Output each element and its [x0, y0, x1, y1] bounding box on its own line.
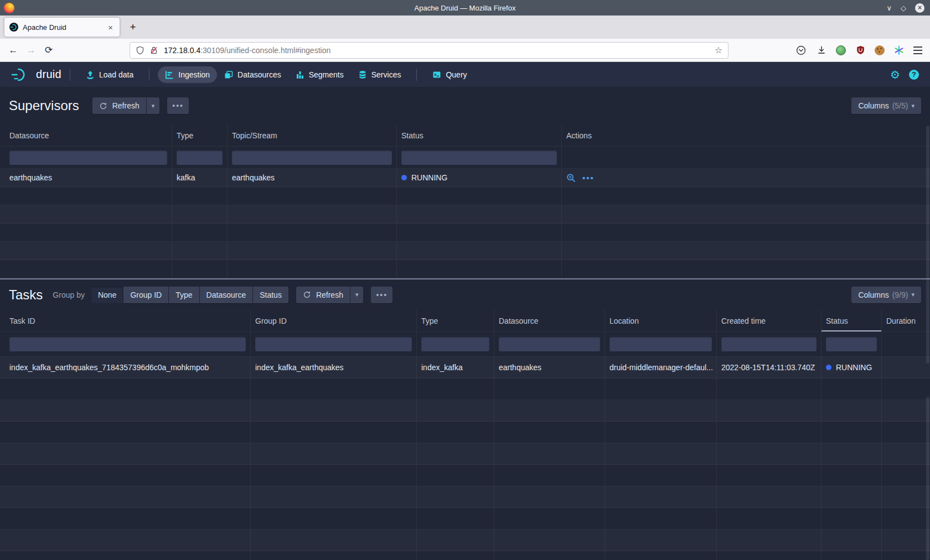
reload-button[interactable]: ⟳ — [40, 42, 58, 59]
inspect-magnifier-icon[interactable] — [566, 173, 576, 183]
group-by-type-button[interactable]: Type — [169, 287, 199, 303]
table-row-empty — [0, 530, 930, 551]
datasources-icon — [224, 70, 233, 79]
supervisor-topic: earthquakes — [228, 169, 397, 186]
caret-down-icon: ▾ — [911, 102, 914, 110]
task-status: RUNNING — [822, 357, 882, 378]
pocket-icon[interactable] — [795, 44, 807, 56]
url-bar[interactable]: 172.18.0.4 :30109/unified-console.html#i… — [130, 42, 728, 59]
tasks-header: Tasks Group by None Group ID Type Dataso… — [0, 279, 930, 310]
table-row-empty — [0, 400, 930, 422]
back-button[interactable]: ← — [4, 42, 22, 59]
supervisors-more-button[interactable]: ••• — [167, 97, 189, 114]
filter-input-group-id[interactable] — [255, 337, 412, 351]
nav-query[interactable]: Query — [425, 66, 474, 83]
downloads-icon[interactable] — [815, 44, 828, 56]
empty-cell — [251, 486, 417, 507]
empty-cell — [494, 486, 605, 507]
menu-hamburger-icon[interactable] — [913, 46, 922, 54]
new-tab-button[interactable]: + — [124, 19, 142, 35]
tracking-shield-icon[interactable] — [136, 46, 144, 55]
empty-cell — [882, 465, 930, 486]
nav-segments[interactable]: Segments — [288, 66, 351, 83]
settings-gear-icon[interactable]: ⚙ — [890, 69, 900, 80]
druid-logo-icon — [11, 68, 32, 82]
empty-cell — [0, 422, 251, 443]
url-host: 172.18.0.4 — [164, 46, 200, 55]
group-by-status-button[interactable]: Status — [253, 287, 288, 303]
forward-button: → — [22, 42, 40, 59]
filter-input-datasource[interactable] — [499, 337, 600, 351]
column-header-task-id[interactable]: Task ID — [0, 310, 251, 331]
column-header-group-id[interactable]: Group ID — [251, 310, 417, 331]
nav-datasources[interactable]: Datasources — [217, 66, 288, 83]
filter-input-topic-stream[interactable] — [232, 151, 392, 165]
column-header-topic-stream[interactable]: Topic/Stream — [228, 125, 397, 146]
task-id[interactable]: index_kafka_earthquakes_7184357396d6c0a_… — [0, 357, 251, 378]
column-header-type[interactable]: Type — [417, 310, 494, 331]
druid-logo[interactable]: druid — [11, 68, 61, 82]
empty-cell — [494, 422, 605, 443]
supervisors-scrollbar[interactable] — [926, 126, 929, 364]
window-close-icon[interactable]: × — [915, 3, 924, 13]
tasks-more-button[interactable]: ••• — [371, 287, 392, 303]
bookmark-star-icon[interactable]: ☆ — [715, 45, 722, 55]
window-minimize-icon[interactable]: ∨ — [886, 4, 892, 12]
group-by-none-button[interactable]: None — [91, 287, 123, 303]
window-maximize-icon[interactable]: ◇ — [901, 4, 906, 12]
status-label: RUNNING — [411, 173, 447, 182]
empty-cell — [417, 530, 494, 551]
ublock-origin-icon[interactable] — [854, 44, 866, 56]
insecure-connection-lock-icon[interactable] — [149, 46, 158, 55]
druid-navbar: druid Load data Ingestion Datasources — [0, 62, 930, 87]
empty-cell — [228, 242, 397, 260]
filter-input-status[interactable] — [401, 151, 557, 165]
column-header-datasource[interactable]: Datasource — [494, 310, 605, 331]
filter-input-location[interactable] — [609, 337, 712, 351]
nav-ingestion[interactable]: Ingestion — [158, 66, 217, 83]
filter-input-type[interactable] — [421, 337, 489, 351]
browser-tab[interactable]: Apache Druid × — [4, 18, 120, 37]
nav-services[interactable]: Services — [351, 66, 409, 83]
group-by-group-id-button[interactable]: Group ID — [123, 287, 168, 303]
tasks-scrollbar[interactable] — [926, 397, 929, 560]
row-more-actions-icon[interactable]: ••• — [582, 174, 595, 182]
column-header-type[interactable]: Type — [172, 125, 228, 146]
column-header-status-sorted[interactable]: Status — [822, 310, 882, 331]
extension-green-icon[interactable] — [836, 45, 846, 55]
empty-cell — [717, 422, 822, 443]
filter-input-task-id[interactable] — [9, 337, 246, 351]
empty-cell — [228, 260, 397, 278]
supervisors-refresh-caret-button[interactable]: ▾ — [147, 97, 160, 114]
filter-input-datasource[interactable] — [9, 151, 167, 165]
tab-close-icon[interactable]: × — [106, 23, 115, 32]
empty-cell — [717, 530, 822, 551]
column-header-location[interactable]: Location — [605, 310, 717, 331]
supervisor-datasource[interactable]: earthquakes — [0, 169, 172, 186]
filter-input-status[interactable] — [826, 337, 877, 351]
group-by-datasource-button[interactable]: Datasource — [200, 287, 253, 303]
supervisors-refresh-button[interactable]: Refresh — [92, 97, 146, 114]
empty-cell — [417, 508, 494, 529]
filter-input-created-time[interactable] — [721, 337, 817, 351]
nav-load-data[interactable]: Load data — [79, 66, 141, 83]
table-row-empty — [0, 260, 930, 278]
supervisor-status: RUNNING — [397, 169, 562, 186]
supervisor-actions: ••• — [562, 169, 930, 186]
column-header-duration[interactable]: Duration — [882, 310, 930, 331]
column-header-created-time[interactable]: Created time — [717, 310, 822, 331]
empty-cell — [0, 205, 172, 223]
tasks-columns-button[interactable]: Columns (9/9) ▾ — [851, 287, 921, 303]
help-icon[interactable]: ? — [909, 70, 919, 80]
extension-asterisk-icon[interactable] — [893, 44, 905, 56]
nav-label: Segments — [309, 70, 344, 79]
tasks-refresh-button[interactable]: Refresh — [296, 287, 350, 303]
empty-cell — [822, 486, 882, 507]
column-header-datasource[interactable]: Datasource — [0, 125, 172, 146]
column-header-status[interactable]: Status — [397, 125, 562, 146]
filter-input-type[interactable] — [177, 151, 223, 165]
supervisors-columns-button[interactable]: Columns (5/5) ▾ — [851, 97, 921, 114]
cookie-extension-icon[interactable] — [875, 45, 885, 55]
empty-cell — [172, 260, 228, 278]
tasks-refresh-caret-button[interactable]: ▾ — [350, 287, 364, 303]
